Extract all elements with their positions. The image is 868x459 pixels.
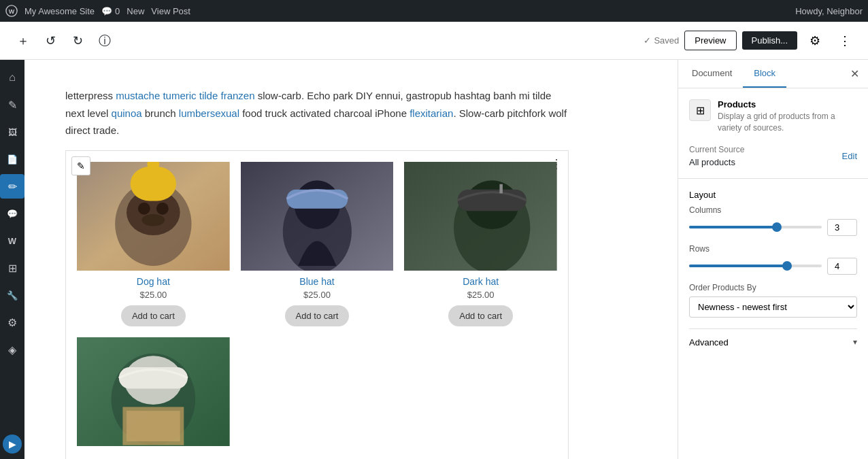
- products-menu-button[interactable]: ⋮: [550, 156, 563, 171]
- tilde-link[interactable]: tilde: [199, 90, 218, 101]
- comment-count-wrap: 💬 0: [101, 6, 120, 16]
- plus-icon: ＋: [17, 33, 29, 49]
- sidebar-item-settings[interactable]: ⚙: [0, 310, 24, 335]
- close-panel-button[interactable]: ✕: [844, 63, 865, 85]
- ellipsis-vertical-icon: ⋮: [839, 33, 851, 48]
- panel-header: Document Block ✕: [678, 60, 868, 88]
- rows-slider-track[interactable]: [689, 265, 822, 267]
- mustache-link[interactable]: mustache: [116, 90, 160, 101]
- source-row: Current Source All products Edit: [689, 145, 857, 167]
- tab-block[interactable]: Block: [743, 60, 786, 88]
- wp-logo-icon[interactable]: W: [5, 5, 18, 17]
- add-block-button[interactable]: ＋: [11, 29, 35, 53]
- close-icon: ✕: [850, 67, 859, 80]
- sidebar-item-tools[interactable]: 🔧: [0, 283, 24, 307]
- svg-rect-24: [127, 411, 180, 441]
- tumeric-link[interactable]: tumeric: [163, 90, 196, 101]
- product-name-link[interactable]: Dog hat: [137, 276, 170, 287]
- svg-text:W: W: [9, 8, 15, 15]
- publish-button[interactable]: Publish...: [742, 31, 797, 50]
- sidebar-item-editor[interactable]: ✏: [0, 174, 24, 199]
- add-to-cart-button[interactable]: Add to cart: [121, 305, 186, 326]
- product-image-white: [77, 337, 230, 446]
- add-to-cart-button[interactable]: Add to cart: [285, 305, 350, 326]
- product-name-link[interactable]: Dark hat: [463, 276, 499, 287]
- svg-rect-13: [286, 189, 348, 208]
- info-button[interactable]: ⓘ: [93, 29, 117, 53]
- svg-rect-18: [500, 184, 503, 192]
- second-row: [77, 337, 557, 452]
- left-sidebar: ⌂ ✎ 🖼 📄 ✏ 💬 W ⊞ 🔧 ⚙ ◈ ▶: [0, 60, 24, 459]
- svg-point-7: [141, 214, 165, 226]
- product-image-dark: [404, 162, 557, 271]
- sidebar-item-play[interactable]: ▶: [3, 435, 22, 454]
- sidebar-item-plugins[interactable]: ⊞: [0, 256, 24, 280]
- svg-rect-8: [131, 166, 176, 201]
- new-link[interactable]: New: [127, 6, 144, 16]
- saved-status: ✓ Saved: [644, 35, 679, 46]
- product-image-dog: [77, 162, 230, 271]
- product-price: $25.00: [404, 290, 557, 300]
- franzen-link[interactable]: franzen: [220, 90, 254, 101]
- sidebar-item-comments[interactable]: 💬: [0, 201, 24, 226]
- lumbersexual-link[interactable]: lumbersexual: [179, 107, 239, 119]
- undo-button[interactable]: ↺: [38, 29, 63, 53]
- panel-body: ⊞ Products Display a grid of products fr…: [678, 88, 868, 358]
- redo-icon: ↻: [73, 33, 83, 48]
- sidebar-item-marketing[interactable]: ◈: [0, 337, 24, 362]
- comment-count: 0: [115, 6, 120, 16]
- check-icon: ✓: [644, 35, 651, 46]
- admin-bar: W My Awesome Site 💬 0 New View Post Howd…: [0, 0, 868, 22]
- gear-icon: ⚙: [809, 33, 820, 48]
- rows-input[interactable]: 4: [827, 258, 857, 275]
- toolbar-right: ✓ Saved Preview Publish... ⚙ ⋮: [644, 29, 857, 53]
- saved-label: Saved: [654, 35, 679, 46]
- block-info-text: Products Display a grid of products from…: [718, 99, 857, 134]
- products-grid: Dog hat $25.00 Add to cart: [77, 162, 557, 326]
- text-partial-1: letterpress mustache tumeric tilde franz…: [65, 90, 567, 136]
- quinoa-link[interactable]: quinoa: [112, 107, 142, 119]
- advanced-header[interactable]: Advanced ▾: [689, 337, 857, 347]
- view-post-link[interactable]: View Post: [151, 6, 190, 16]
- columns-slider-fill: [689, 226, 777, 228]
- order-select[interactable]: Newness - newest first Price - low to hi…: [689, 296, 857, 318]
- sidebar-item-posts[interactable]: ✎: [0, 92, 24, 117]
- howdy-text: Howdy, Neighbor: [795, 6, 863, 16]
- sidebar-item-dashboard[interactable]: ⌂: [0, 65, 24, 90]
- tab-document[interactable]: Document: [681, 60, 743, 88]
- redo-button[interactable]: ↻: [65, 29, 90, 53]
- columns-slider-thumb: [772, 222, 782, 232]
- columns-slider-track[interactable]: [689, 226, 822, 228]
- edit-products-button[interactable]: ✎: [71, 156, 90, 175]
- preview-button[interactable]: Preview: [684, 31, 736, 50]
- settings-button[interactable]: ⚙: [803, 29, 827, 53]
- sidebar-item-pages[interactable]: 📄: [0, 147, 24, 171]
- sidebar-item-media[interactable]: 🖼: [0, 120, 24, 144]
- grid-icon: ⊞: [696, 104, 705, 117]
- product-name-link[interactable]: Blue hat: [299, 276, 334, 287]
- product-price: $25.00: [241, 290, 394, 300]
- main-layout: ⌂ ✎ 🖼 📄 ✏ 💬 W ⊞ 🔧 ⚙ ◈ ▶ letterpress must…: [0, 60, 868, 459]
- flexitarian-link[interactable]: flexitarian: [410, 107, 453, 119]
- add-to-cart-button[interactable]: Add to cart: [448, 305, 513, 326]
- source-info: Current Source All products: [689, 145, 744, 167]
- pencil-icon: ✎: [77, 160, 85, 171]
- rows-label: Rows: [689, 244, 857, 254]
- toolbar-left: ＋ ↺ ↻ ⓘ: [11, 29, 638, 53]
- edit-source-link[interactable]: Edit: [842, 151, 857, 161]
- layout-section: Layout Columns 3 Rows: [689, 190, 857, 318]
- advanced-section: Advanced ▾: [689, 328, 857, 347]
- sidebar-item-woocommerce[interactable]: W: [0, 228, 24, 253]
- more-options-button[interactable]: ⋮: [833, 29, 857, 53]
- product-image-blue: [241, 162, 394, 271]
- site-name[interactable]: My Awesome Site: [24, 6, 95, 16]
- current-source-label: Current Source: [689, 145, 744, 154]
- columns-label: Columns: [689, 205, 857, 215]
- product-item: Dog hat $25.00 Add to cart: [77, 162, 230, 326]
- editor-area: letterpress mustache tumeric tilde franz…: [24, 60, 678, 459]
- columns-input[interactable]: 3: [827, 219, 857, 236]
- rows-slider-thumb: [782, 261, 792, 271]
- block-info: ⊞ Products Display a grid of products fr…: [689, 99, 857, 134]
- products-block: ⋮ ✎: [65, 150, 569, 460]
- admin-bar-right: Howdy, Neighbor: [795, 6, 863, 16]
